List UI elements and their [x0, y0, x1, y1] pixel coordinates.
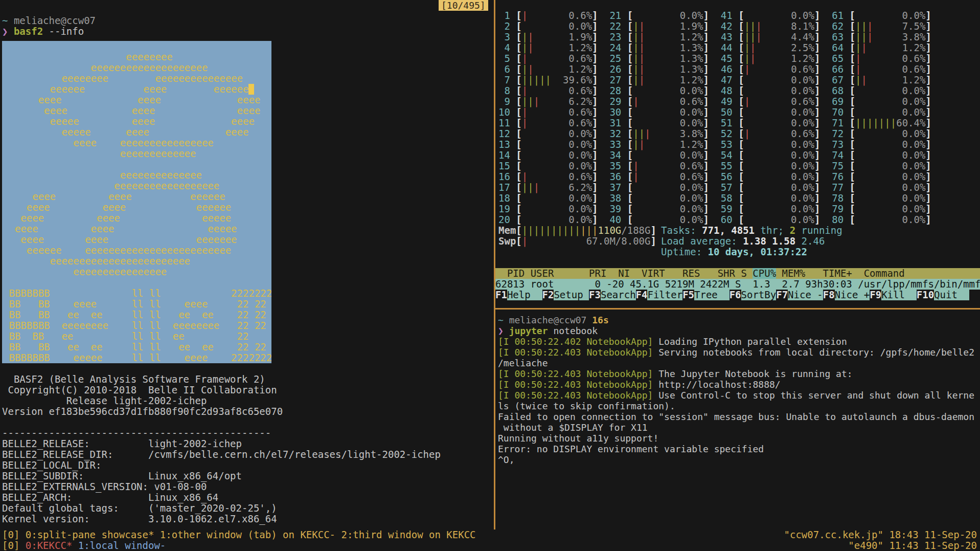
fkey-f6-button[interactable]: F6SortBy [730, 290, 777, 300]
window-list-outer[interactable]: [0] 0:split-pane showcase* 1:other windo… [2, 530, 476, 540]
fkey-f7-button[interactable]: F7Nice - [776, 290, 823, 300]
logo-line: eeee eeee eeeee [2, 213, 271, 224]
cpu-meter-row: 9 [||| 6.2%] 29 [| 0.6%] 49 [| 0.6%] 69 … [498, 96, 980, 107]
basf2-info-line: Version ef183be596cd37d1fb880f90fc2d93af… [2, 406, 494, 417]
pane-jupyter[interactable]: ~ meliache@ccw07 16s ❯ jupyter notebook … [495, 310, 980, 530]
cpu-meter-row: 19 [ 0.0%] 39 [ 0.0%] 59 [ 0.0%] 79 [ 0.… [498, 204, 980, 214]
basf2-info-line: BELLE2_SUBDIR: Linux_x86_64/opt [2, 471, 494, 481]
cpu-meter-row: 20 [ 0.0%] 40 [ 0.0%] 60 [ 0.0%] 80 [ 0.… [498, 214, 980, 225]
logo-line: eeee eeeeeeeeeeeeeeee [2, 138, 271, 148]
logo-line: BBBBBBB eeeee ll ll eeee 2222222 [2, 352, 271, 363]
basf2-info-line: ----------------------------------------… [2, 428, 494, 438]
basf2-info-line [2, 363, 494, 374]
logo-line: BBBBBBB ll ll 2222222 [2, 288, 271, 299]
uptime-line: Uptime: 10 days, 01:37:22 [661, 247, 842, 257]
cpu-meter-row: 15 [ 0.0%] 35 [| 0.6%] 55 [ 0.0%] 75 [ 0… [498, 161, 980, 171]
logo-line: eeeeeeeeeeeeeeeeee [2, 181, 271, 191]
cpu-meter-row: 8 [| 0.6%] 28 [ 0.0%] 48 [ 0.0%] 68 [ 0.… [498, 85, 980, 96]
basf2-info-line: Release light-2002-ichep [2, 395, 494, 406]
status-window-item[interactable]: 1:local window- [78, 540, 166, 551]
logo-line: BB BB ee ll ll ee 22 [2, 331, 271, 342]
load-average-line: Load average: 1.38 1.58 2.46 [661, 236, 842, 247]
fkey-f4-button[interactable]: F4Filter [636, 290, 683, 300]
command-jupyter: jupyter [509, 325, 548, 336]
status-window-item[interactable]: [0] [2, 540, 26, 551]
logo-line: eeeee eeee eeee [2, 127, 271, 138]
logo-line: eeeeeeeeeeeeeeee [2, 267, 271, 277]
basf2-info-line: BELLE2_RELEASE: light-2002-ichep [2, 438, 494, 449]
logo-line: eeeeeeeeeeeee [2, 148, 271, 159]
belle2-ascii-logo: eeeeeeee eeeeeeeeeeeeeeeeeeee eeeeeeee e… [2, 41, 271, 363]
cpu-meter-row: 2 [ 0.0%] 22 [|| 1.9%] 42 [||| 8.1%] 62 … [498, 21, 980, 32]
command-duration: 16s [586, 315, 608, 325]
tmux-terminal: ~ meliache@ccw07 ❯ basf2 --info eeeeeeee… [0, 0, 980, 551]
logo-line: BB BB ee ee ll ll ee ee 22 22 [2, 342, 271, 352]
status-row-inner: [0] 0:KEKCC* 1:local window- "e490" 11:4… [0, 540, 980, 551]
cpu-meter-row: 3 [|| 1.9%] 23 [|| 1.2%] 43 [||| 4.4%] 6… [498, 32, 980, 42]
basf2-info-line: Kernel version: 3.10.0-1062.el7.x86_64 [2, 514, 494, 524]
scroll-position-badge: [10/495] [439, 0, 488, 11]
tmux-status-bar: [0] 0:split-pane showcase* 1:other windo… [0, 530, 980, 551]
command-args: notebook [548, 325, 598, 336]
prompt-user: meliache@ccw07 [509, 315, 587, 325]
command-line: ❯ jupyter notebook [498, 325, 980, 336]
status-row-outer: [0] 0:split-pane showcase* 1:other windo… [0, 530, 980, 540]
jupyter-log-line: [I 00:50:22.403 NotebookApp] http://loca… [498, 379, 980, 390]
shell-prompt-line: ~ meliache@ccw07 16s [498, 315, 980, 325]
jupyter-log-line: ^O, [498, 454, 980, 465]
cpu-meter-row: 17 [||| 6.2%] 37 [ 0.0%] 57 [ 0.0%] 77 [… [498, 182, 980, 193]
logo-line: eeee eeee eeee [2, 95, 271, 105]
fkey-f10-button[interactable]: F10Quit [917, 290, 969, 300]
logo-line: eeeee eeee eeee [2, 116, 271, 127]
fkey-f3-button[interactable]: F3Search [589, 290, 636, 300]
logo-line: eeeeeeeeeeeeeeeeeeeeeeee [2, 256, 271, 267]
cpu-meter-row: 7 [||||| 39.6%] 27 [|| 1.2%] 47 [ 0.0%] … [498, 75, 980, 85]
header-columns-tail: MEM% TIME+ Command [776, 268, 905, 279]
logo-line: BBBBBBB eeeeeeee ll ll eeeeeeee 22 22 [2, 320, 271, 331]
basf2-info-line: Copyright(C) 2010-2018 Belle II Collabor… [2, 385, 494, 395]
process-table: PID USER PRI NI VIRT RES SHR S CPU% MEM%… [495, 268, 980, 300]
process-row-selected[interactable]: 62813 root 0 -20 45.1G 5219M 2422M S 1.3… [495, 279, 980, 290]
basf2-info-line: BELLE2_LOCAL_DIR: [2, 460, 494, 471]
basf2-info-line: BELLE2_EXTERNALS_VERSION: v01-08-00 [2, 481, 494, 492]
pane-basf2[interactable]: ~ meliache@ccw07 ❯ basf2 --info eeeeeeee… [0, 0, 494, 530]
prompt-tilde: ~ [2, 15, 8, 26]
fkey-f5-button[interactable]: F5Tree [682, 290, 730, 300]
pane-htop[interactable]: 1 [| 0.6%] 21 [ 0.0%] 41 [ 0.0%] 61 [ 0.… [495, 0, 980, 308]
logo-line [2, 41, 271, 52]
header-sort-column[interactable]: CPU% [753, 268, 776, 279]
command-basf2: basf2 [14, 26, 43, 37]
jupyter-log-line: [I 00:50:22.403 NotebookApp] Use Control… [498, 390, 980, 401]
cpu-meter-row: 12 [ 0.0%] 32 [||| 3.8%] 52 [| 0.6%] 72 … [498, 128, 980, 139]
cpu-meter-row: 10 [| 0.6%] 30 [ 0.0%] 50 [ 0.0%] 70 [ 0… [498, 107, 980, 118]
basf2-info-line: BASF2 (Belle Analysis Software Framework… [2, 374, 494, 385]
status-window-item[interactable]: 0:KEKCC* [26, 540, 78, 551]
logo-line: eeeeeeee [2, 52, 271, 62]
fkey-f1-button[interactable]: F1Help [495, 290, 542, 300]
logo-line: eeeeeeee eeeeeeeeeeeeeee [2, 73, 271, 84]
fkey-f8-button[interactable]: F8Nice + [823, 290, 870, 300]
logo-line: eeee eeee eeeee [2, 224, 271, 234]
shell-prompt-line: ~ meliache@ccw07 [2, 15, 494, 26]
jupyter-log-line: Failed to open connection to "session" m… [498, 411, 980, 422]
basf2-info-text: BASF2 (Belle Analysis Software Framework… [2, 363, 494, 524]
terminal-cursor [248, 84, 254, 95]
hostname-clock-outer: "ccw07.cc.kek.jp" 18:43 11-Sep-20 [784, 530, 977, 540]
basf2-info-line [2, 417, 494, 428]
jupyter-log-line: ls (twice to skip confirmation). [498, 401, 980, 411]
process-table-header[interactable]: PID USER PRI NI VIRT RES SHR S CPU% MEM%… [495, 268, 980, 279]
cpu-meter-row: 16 [| 0.6%] 36 [| 0.6%] 56 [ 0.0%] 76 [ … [498, 171, 980, 182]
fkey-f9-button[interactable]: F9Kill [870, 290, 917, 300]
hostname-clock-inner: "e490" 11:43 11-Sep-20 [848, 540, 977, 551]
jupyter-log-line: [I 00:50:22.403 NotebookApp] Serving not… [498, 347, 980, 358]
logo-line: eeeeeeeeeeeeeeeeeeee [2, 62, 271, 73]
jupyter-log-line: Error: no DISPLAY environment variable s… [498, 444, 980, 454]
status-window-item[interactable]: [0] 0:split-pane showcase* 1:other windo… [2, 529, 476, 540]
window-list-inner[interactable]: [0] 0:KEKCC* 1:local window- [2, 540, 166, 551]
cpu-meter-row: 11 [| 0.6%] 31 [ 0.0%] 51 [ 0.0%] 71 [||… [498, 118, 980, 128]
cpu-meter-row: 6 [|| 1.2%] 26 [|| 1.3%] 46 [| 0.6%] 66 … [498, 64, 980, 75]
logo-line [2, 159, 271, 170]
fkey-f2-button[interactable]: F2Setup [542, 290, 589, 300]
tasks-line: Tasks: 771, 4851 thr; 2 running [661, 225, 842, 236]
cpu-meter-row: 18 [ 0.0%] 38 [ 0.0%] 58 [ 0.0%] 78 [ 0.… [498, 193, 980, 204]
